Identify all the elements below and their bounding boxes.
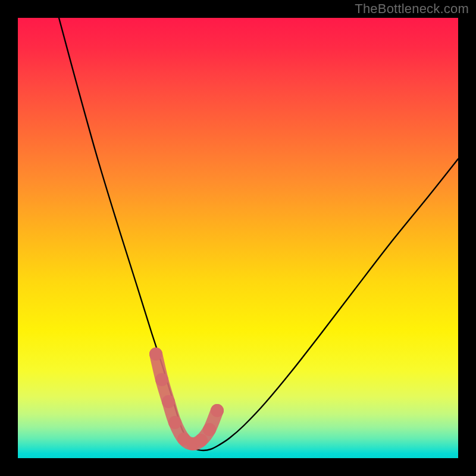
plot-area: [18, 18, 458, 458]
marker-cluster: [149, 347, 224, 450]
marker-dot: [203, 423, 216, 436]
marker-dot: [155, 373, 168, 386]
marker-dot: [162, 395, 175, 408]
marker-dot: [195, 434, 208, 447]
marker-dot: [211, 404, 224, 417]
marker-dot: [149, 347, 162, 361]
marker-dot: [168, 416, 181, 429]
curve-svg: [18, 18, 458, 458]
bottleneck-curve: [59, 18, 458, 450]
watermark-text: TheBottleneck.com: [355, 1, 469, 17]
chart-frame: TheBottleneck.com: [0, 0, 476, 476]
